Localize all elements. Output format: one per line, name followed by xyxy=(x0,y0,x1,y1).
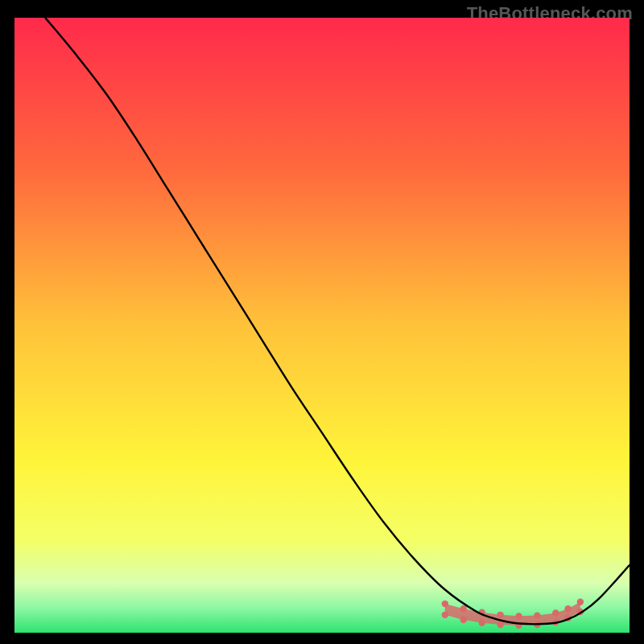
gradient-background xyxy=(14,18,630,633)
band-dot xyxy=(497,621,503,628)
band-dot xyxy=(497,612,503,618)
band-dot xyxy=(577,599,584,605)
band-dot xyxy=(442,612,448,618)
band-dot xyxy=(478,620,485,626)
band-dot xyxy=(460,605,467,612)
band-dot xyxy=(460,617,467,623)
band-dot xyxy=(564,605,571,612)
plot-area xyxy=(14,18,630,633)
band-dot xyxy=(515,613,522,619)
chart-svg xyxy=(14,18,630,633)
band-dot xyxy=(552,609,559,616)
band-dot xyxy=(534,612,540,618)
band-dot xyxy=(442,601,448,607)
chart-frame: TheBottleneck.com xyxy=(0,0,644,644)
